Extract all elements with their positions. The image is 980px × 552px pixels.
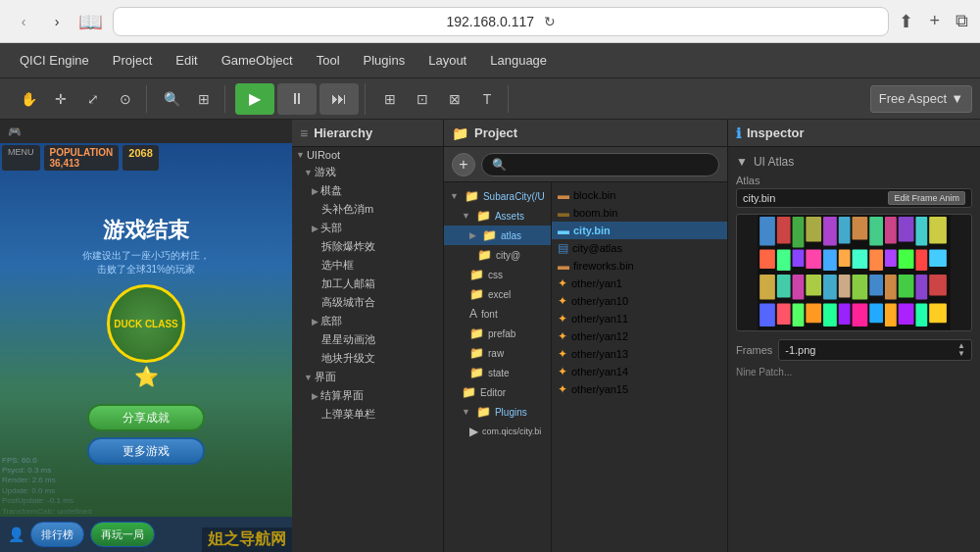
list-item[interactable]: ▶ 结算界面 [292,386,443,405]
city-bin-item[interactable]: ▬ city.bin [552,222,727,239]
list-item[interactable]: 高级城市合 [292,293,443,312]
layout-btn4[interactable]: T [472,85,502,113]
svg-rect-2 [777,217,791,244]
list-item[interactable]: A font [444,304,551,324]
list-item[interactable]: ▼ 📁 Plugins [444,402,551,422]
list-item[interactable]: 选中框 [292,256,443,275]
menu-layout[interactable]: Layout [416,47,478,74]
svg-rect-16 [806,249,821,269]
list-item[interactable]: 📁 excel [444,284,551,304]
layout-btn3[interactable]: ⊠ [440,85,469,113]
rect-tool-button[interactable]: ⊙ [111,85,140,113]
game-overlay-info: MENU POPULATION36,413 2068 [2,145,159,171]
frames-input[interactable]: -1.png ▲ ▼ [778,339,972,361]
layout-btn2[interactable]: ⊡ [408,85,437,113]
menu-gameobject[interactable]: GameObject [210,47,305,74]
list-item[interactable]: ▶ 底部 [292,312,443,330]
list-item[interactable]: 拆除爆炸效 [292,237,443,256]
tabs-icon[interactable]: ⧉ [956,11,968,31]
add-asset-button[interactable]: + [452,153,475,176]
svg-rect-10 [899,217,914,242]
back-button[interactable]: ‹ [12,10,35,33]
list-item[interactable]: ▼ UIRoot [292,147,443,163]
svg-rect-30 [839,275,851,298]
edit-frame-anim-button[interactable]: Edit Frame Anim [888,191,965,205]
svg-rect-39 [793,303,805,326]
decrement-icon[interactable]: ▼ [957,350,965,358]
folder-icon: 📁 [469,268,484,281]
menu-bar: QICI Engine Project Edit GameObject Tool… [0,43,980,78]
list-item[interactable]: ▬ block.bin [552,186,727,204]
project-panel: 📁 Project + 🔍 ▼ 📁 SubaraCity(/U ▼ 📁 [444,120,728,552]
arrow-icon: ▼ [462,407,470,417]
url-bar[interactable]: 192.168.0.117 ↻ [113,7,889,36]
list-item[interactable]: ▶ 棋盘 [292,181,443,200]
list-item[interactable]: 星星动画池 [292,330,443,349]
svg-rect-38 [777,303,791,325]
share-achievement-button[interactable]: 分享成就 [87,404,205,431]
list-item[interactable]: 📁 css [444,265,551,284]
list-item[interactable]: ▤ city@atlas [552,239,727,257]
list-item[interactable]: 加工人邮箱 [292,275,443,293]
menu-project[interactable]: Project [101,47,164,74]
menu-edit[interactable]: Edit [164,47,209,74]
list-item[interactable]: 📁 city@ [444,245,551,265]
menu-plugins[interactable]: Plugins [352,47,417,74]
list-item[interactable]: 📁 state [444,363,551,382]
list-item[interactable]: 头补色消m [292,200,443,219]
grid-tool-button[interactable]: ⊞ [189,85,219,113]
list-item[interactable]: ✦ other/yan11 [552,310,727,327]
menu-tool[interactable]: Tool [305,47,352,74]
svg-rect-25 [760,275,775,300]
svg-rect-8 [869,217,883,246]
step-button[interactable]: ⏭ [319,83,359,115]
list-item[interactable]: ✦ other/yan15 [552,380,727,398]
list-item[interactable]: 📁 prefab [444,324,551,343]
list-item[interactable]: ✦ other/yan13 [552,345,727,363]
project-folder-icon: 📁 [452,125,468,141]
toolbar: ✋ ✛ ⤢ ⊙ 🔍 ⊞ ▶ ⏸ ⏭ ⊞ ⊡ ⊠ T Free Aspect ▼ [0,78,980,120]
move-tool-button[interactable]: ✛ [46,85,75,113]
svg-rect-40 [806,303,821,323]
fireworks-bin-item[interactable]: ▬ fireworks.bin [552,257,727,275]
list-item[interactable]: ✦ other/yan1 [552,275,727,292]
list-item[interactable]: ▼ 📁 SubaraCity(/U [444,186,551,206]
share-icon[interactable]: ⬆ [899,11,913,32]
list-item[interactable]: 📁 raw [444,343,551,363]
list-item[interactable]: ▶ 📁 atlas [444,226,551,245]
aspect-dropdown[interactable]: Free Aspect ▼ [870,85,972,113]
game-buttons: 分享成就 更多游戏 [87,404,205,465]
svg-rect-29 [823,275,837,300]
layout-btn1[interactable]: ⊞ [375,85,405,113]
bookmarks-icon[interactable]: 📖 [78,10,103,33]
scale-tool-button[interactable]: ⤢ [78,85,108,113]
list-item[interactable]: 📁 Editor [444,382,551,402]
frames-stepper[interactable]: ▲ ▼ [957,342,965,358]
list-item[interactable]: ✦ other/yan12 [552,327,727,345]
list-item[interactable]: ▼ 游戏 [292,163,443,181]
list-item[interactable]: ▼ 界面 [292,368,443,386]
list-item[interactable]: ✦ other/yan10 [552,292,727,310]
menu-language[interactable]: Language [478,47,559,74]
list-item[interactable]: ✦ other/yan14 [552,363,727,380]
list-item[interactable]: ▼ 📁 Assets [444,206,551,226]
list-item[interactable]: 地块升级文 [292,349,443,368]
svg-rect-46 [899,303,914,325]
list-item[interactable]: 上弹菜单栏 [292,405,443,424]
project-search-box[interactable]: 🔍 [481,153,719,176]
zoom-tool-button[interactable]: 🔍 [157,85,186,113]
game-content[interactable]: MENU POPULATION36,413 2068 游戏结束 你建设出了一座小… [0,143,292,552]
svg-rect-34 [899,275,914,298]
more-games-button[interactable]: 更多游戏 [87,437,205,465]
pause-button[interactable]: ⏸ [277,83,317,115]
list-item[interactable]: ▶ com.qics/city.bi [444,422,551,441]
list-item[interactable]: ▶ 头部 [292,219,443,237]
menu-qici-engine[interactable]: QICI Engine [8,47,101,74]
play-button[interactable]: ▶ [235,83,274,115]
hand-tool-button[interactable]: ✋ [14,85,43,113]
spark-icon: ✦ [558,294,567,308]
add-tab-icon[interactable]: + [929,11,940,31]
refresh-icon[interactable]: ↻ [544,14,556,29]
forward-button[interactable]: › [45,10,69,33]
list-item[interactable]: ▬ boom.bin [552,204,727,222]
